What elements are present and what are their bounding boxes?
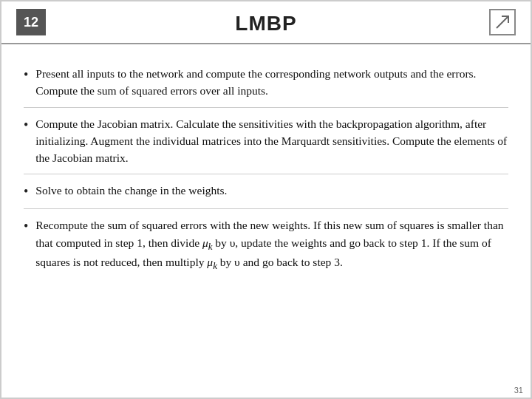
- page-number: 31: [514, 386, 523, 395]
- bullet-item-4: • Recompute the sum of squared errors wi…: [24, 209, 508, 280]
- slide-footer: 31: [1, 383, 531, 398]
- svg-line-0: [497, 16, 508, 28]
- bullet-dot-4: •: [24, 217, 28, 236]
- bullet-item-1: • Present all inputs to the network and …: [24, 58, 508, 108]
- bullet-item-3: • Solve to obtain the change in the weig…: [24, 174, 508, 209]
- mu-italic-2: μ: [207, 256, 213, 268]
- bullet-item-2: • Compute the Jacobian matrix. Calculate…: [24, 108, 508, 175]
- slide-title: LMBP: [235, 12, 296, 35]
- sub-k-1: k: [208, 241, 213, 252]
- bullet-text-1: Present all inputs to the network and co…: [35, 65, 508, 100]
- slide-header: 12 LMBP: [1, 1, 531, 44]
- corner-icon: [489, 9, 516, 35]
- slide-body: • Present all inputs to the network and …: [1, 44, 531, 383]
- bullet-text-4: Recompute the sum of squared errors with…: [35, 216, 508, 273]
- bullet-dot-2: •: [24, 116, 28, 134]
- bullet-text-2: Compute the Jacobian matrix. Calculate t…: [35, 115, 508, 167]
- resize-icon: [494, 14, 511, 30]
- sub-k-2: k: [213, 260, 217, 271]
- slide-number: 12: [16, 9, 46, 35]
- bullet-dot-1: •: [24, 66, 28, 84]
- slide-container: 12 LMBP • Present all inputs to the netw…: [0, 0, 532, 399]
- mu-italic-1: μ: [202, 236, 208, 249]
- bullet-dot-3: •: [24, 183, 28, 201]
- bullet-text-3: Solve to obtain the change in the weight…: [35, 182, 508, 199]
